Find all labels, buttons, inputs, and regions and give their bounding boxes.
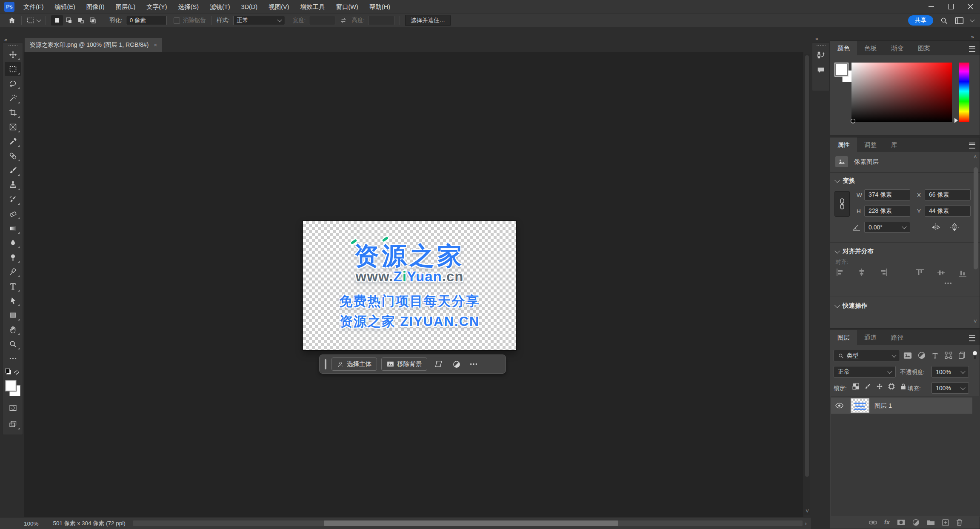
trash-icon[interactable] — [956, 519, 963, 526]
align-right-icon[interactable] — [878, 268, 888, 277]
color-field[interactable] — [851, 63, 952, 122]
vertical-scrollbar[interactable]: ˅ — [804, 54, 810, 515]
vertical-scrollbar-thumb[interactable] — [805, 55, 809, 477]
panel-menu-icon[interactable] — [969, 335, 975, 341]
minimize-button[interactable] — [921, 0, 941, 13]
opacity-input[interactable]: 100% — [931, 366, 969, 377]
hue-slider-marker[interactable] — [954, 118, 958, 123]
spot-healing-tool[interactable] — [5, 149, 21, 163]
document-tab[interactable]: 资源之家水印.png @ 100% (图层 1, RGB/8#) × — [25, 38, 162, 52]
filter-adjustment-icon[interactable] — [918, 352, 926, 359]
fx-icon[interactable]: fx — [884, 518, 890, 526]
filter-shape-icon[interactable] — [945, 352, 952, 359]
chevron-down-icon[interactable] — [970, 17, 974, 22]
select-subject-button[interactable]: 选择主体 — [331, 357, 377, 371]
intersect-selection-icon[interactable] — [87, 15, 99, 26]
screen-mode-button[interactable] — [5, 417, 21, 431]
lock-artboard-icon[interactable] — [888, 383, 895, 390]
horizontal-scrollbar-thumb[interactable] — [324, 520, 618, 526]
align-left-icon[interactable] — [835, 268, 846, 277]
menu-item-type[interactable]: 文字(Y) — [141, 0, 172, 14]
flip-horizontal-icon[interactable] — [931, 223, 941, 232]
more-options-icon[interactable] — [466, 358, 481, 370]
layer-filter-select[interactable]: 类型 — [834, 350, 900, 361]
antialias-checkbox[interactable] — [174, 17, 180, 24]
lock-all-icon[interactable] — [900, 383, 906, 390]
move-tool[interactable] — [5, 47, 21, 62]
quick-actions-section-header[interactable]: 快速操作 — [835, 302, 867, 310]
y-input[interactable]: 44 像素 — [925, 206, 971, 217]
link-dimensions-button[interactable] — [834, 191, 850, 217]
menu-item-help[interactable]: 帮助(H) — [364, 0, 396, 14]
menu-item-view[interactable]: 视图(V) — [263, 0, 294, 14]
foreground-background-colors[interactable] — [4, 379, 21, 397]
toolbar-grip[interactable] — [8, 45, 17, 46]
scroll-up-icon[interactable]: ˄ — [974, 154, 977, 160]
menu-item-window[interactable]: 窗口(W) — [331, 0, 364, 14]
menu-item-file[interactable]: 文件(F) — [18, 0, 49, 14]
artboard[interactable]: 资源之家 www.ZiYuan.cn 免费热门项目每天分享 资源之家 ZIYUA… — [303, 221, 516, 350]
edit-toolbar-button[interactable] — [5, 351, 21, 366]
eraser-tool[interactable] — [5, 206, 21, 221]
brush-tool[interactable] — [5, 163, 21, 177]
crop-tool[interactable] — [5, 105, 21, 120]
zoom-tool[interactable] — [5, 337, 21, 351]
filter-toggle-icon[interactable] — [972, 351, 977, 360]
hue-slider[interactable] — [959, 63, 969, 122]
height-input[interactable] — [368, 16, 394, 25]
add-selection-icon[interactable] — [63, 15, 75, 26]
close-button[interactable] — [960, 0, 980, 13]
lock-transparency-icon[interactable] — [852, 383, 859, 390]
align-bottom-icon[interactable] — [958, 268, 968, 277]
eyedropper-tool[interactable] — [5, 134, 21, 149]
transform-icon[interactable] — [431, 358, 446, 370]
layer-thumbnail[interactable] — [851, 398, 869, 413]
align-center-vertical-icon[interactable] — [937, 268, 947, 277]
tab-close-icon[interactable]: × — [154, 42, 157, 48]
tool-preset[interactable] — [27, 17, 40, 24]
eye-icon[interactable] — [835, 403, 843, 409]
x-input[interactable]: 66 像素 — [925, 189, 971, 200]
clone-stamp-tool[interactable] — [5, 177, 21, 192]
align-section-header[interactable]: 对齐并分布 — [835, 247, 874, 255]
path-selection-tool[interactable] — [5, 293, 21, 308]
tab-gradients[interactable]: 渐变 — [884, 41, 911, 55]
menu-item-plugins[interactable]: 增效工具 — [295, 0, 331, 14]
hand-tool[interactable] — [5, 322, 21, 337]
new-layer-icon[interactable] — [942, 519, 949, 526]
gradient-tool[interactable] — [5, 221, 21, 235]
add-mask-icon[interactable] — [897, 519, 905, 526]
tab-layers[interactable]: 图层 — [830, 330, 857, 345]
tab-color[interactable]: 颜色 — [830, 41, 857, 55]
swap-dimensions-icon[interactable] — [340, 17, 347, 23]
tab-swatches[interactable]: 色板 — [857, 41, 884, 55]
dock-collapse-icon[interactable]: « — [815, 36, 817, 42]
panel-menu-icon[interactable] — [969, 46, 975, 52]
lock-position-icon[interactable] — [876, 383, 883, 390]
history-panel-icon[interactable] — [813, 47, 829, 63]
foreground-color-swatch[interactable] — [835, 63, 848, 76]
tab-patterns[interactable]: 图案 — [911, 41, 937, 55]
zoom-level[interactable]: 100% — [24, 520, 39, 527]
search-icon[interactable] — [940, 17, 948, 25]
subtract-selection-icon[interactable] — [75, 15, 87, 26]
frame-tool[interactable] — [5, 120, 21, 134]
adjustment-icon[interactable] — [449, 358, 464, 370]
filter-pixel-icon[interactable] — [903, 352, 912, 359]
tab-adjustments[interactable]: 调整 — [857, 137, 884, 152]
remove-background-button[interactable]: 移除背景 — [381, 357, 427, 371]
scroll-right-icon[interactable]: › — [805, 520, 807, 527]
filter-smart-object-icon[interactable] — [958, 352, 966, 359]
rectangular-marquee-tool[interactable] — [5, 62, 21, 76]
strip-grip[interactable] — [816, 45, 826, 46]
menu-item-3d[interactable]: 3D(D) — [235, 0, 263, 14]
add-adjustment-icon[interactable] — [912, 519, 920, 526]
scroll-down-icon[interactable]: ˅ — [806, 508, 809, 515]
menu-item-layer[interactable]: 图层(L) — [110, 0, 141, 14]
fill-input[interactable]: 100% — [931, 382, 969, 394]
tab-properties[interactable]: 属性 — [830, 137, 857, 152]
properties-scrollbar-thumb[interactable] — [974, 167, 978, 269]
type-tool[interactable] — [5, 279, 21, 293]
blend-mode-select[interactable]: 正常 — [834, 366, 896, 377]
transform-section-header[interactable]: 变换 — [835, 177, 855, 185]
